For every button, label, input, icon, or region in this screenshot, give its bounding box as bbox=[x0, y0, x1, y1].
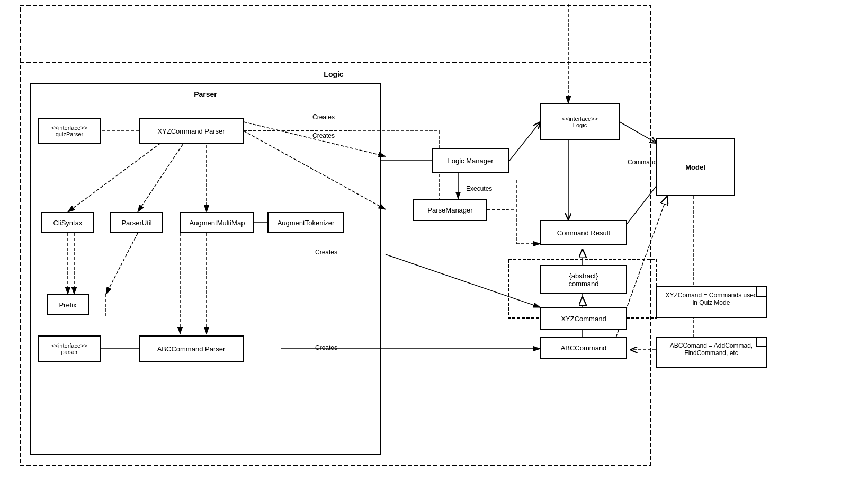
prefix-label: Prefix bbox=[59, 301, 76, 309]
cli-syntax-label: CliSyntax bbox=[53, 219, 83, 227]
xyz-note-text: XYZComand = Commands used in Quiz Mode bbox=[665, 292, 757, 306]
augment-tokenizer-box: AugmentTokenizer bbox=[267, 212, 344, 233]
svg-text:Creates: Creates bbox=[312, 132, 335, 139]
abc-command-parser-box: ABCCommand Parser bbox=[139, 335, 244, 362]
diagram-svg: Logic Parser bbox=[0, 0, 868, 477]
diagram-container: Logic Parser bbox=[0, 0, 868, 477]
interface-logic-box: <<interface>> Logic bbox=[540, 103, 620, 140]
abstract-command-box: {abstract} command bbox=[540, 265, 627, 294]
xyz-command-parser-box: XYZCommand Parser bbox=[139, 118, 244, 144]
svg-text:Command: Command bbox=[628, 158, 657, 166]
command-result-box: Command Result bbox=[540, 220, 627, 245]
interface-logic-line2: Logic bbox=[573, 122, 587, 128]
interface-parser-box: <<interface>> parser bbox=[38, 335, 101, 362]
svg-text:Parser: Parser bbox=[194, 90, 217, 99]
parser-line2: parser bbox=[61, 349, 77, 355]
command-result-label: Command Result bbox=[557, 229, 610, 237]
augment-multimap-box: AugmentMultiMap bbox=[180, 212, 254, 233]
logic-manager-box: Logic Manager bbox=[432, 148, 509, 173]
abc-command-box: ABCCommand bbox=[540, 337, 627, 359]
xyz-command-parser-label: XYZCommand Parser bbox=[157, 127, 225, 135]
augment-multimap-label: AugmentMultiMap bbox=[190, 219, 245, 227]
svg-line-27 bbox=[138, 140, 185, 212]
svg-text:Logic: Logic bbox=[324, 70, 344, 78]
parser-line1: <<interface>> bbox=[51, 342, 87, 349]
interface-quiz-parser-box: <<interface>> quizParser bbox=[38, 118, 101, 144]
abc-note-text: ABCComand = AddCommad, FindCommand, etc bbox=[670, 342, 753, 357]
xyz-note-box: XYZComand = Commands used in Quiz Mode bbox=[656, 286, 767, 318]
quiz-parser-line2: quizParser bbox=[56, 131, 84, 137]
svg-line-26 bbox=[68, 140, 164, 212]
quiz-parser-line1: <<interface>> bbox=[51, 125, 87, 131]
model-label: Model bbox=[685, 163, 705, 171]
abc-command-label: ABCCommand bbox=[561, 344, 607, 352]
abstract-command-line2: command bbox=[568, 280, 598, 288]
svg-text:Executes: Executes bbox=[466, 185, 492, 192]
svg-line-38 bbox=[244, 131, 386, 209]
parse-manager-label: ParseManager bbox=[427, 206, 472, 214]
augment-tokenizer-label: AugmentTokenizer bbox=[278, 219, 335, 227]
abstract-command-line1: {abstract} bbox=[569, 272, 598, 280]
svg-line-15 bbox=[620, 122, 657, 143]
svg-line-24 bbox=[386, 254, 540, 307]
parser-util-label: ParserUtil bbox=[121, 219, 151, 227]
svg-text:Creates: Creates bbox=[315, 249, 337, 256]
xyz-command-box: XYZCommand bbox=[540, 307, 627, 330]
svg-text:Creates: Creates bbox=[312, 113, 335, 121]
model-box: Model bbox=[656, 138, 735, 196]
abc-command-parser-label: ABCCommand Parser bbox=[157, 345, 226, 353]
svg-line-32 bbox=[106, 233, 138, 294]
svg-line-11 bbox=[509, 122, 540, 161]
parse-manager-box: ParseManager bbox=[413, 199, 487, 221]
logic-manager-label: Logic Manager bbox=[448, 157, 494, 165]
svg-text:Creates: Creates bbox=[315, 344, 337, 351]
prefix-box: Prefix bbox=[47, 294, 89, 315]
cli-syntax-box: CliSyntax bbox=[41, 212, 94, 233]
xyz-command-label: XYZCommand bbox=[561, 315, 606, 323]
abc-note-box: ABCComand = AddCommad, FindCommand, etc bbox=[656, 337, 767, 368]
parser-util-box: ParserUtil bbox=[110, 212, 163, 233]
interface-logic-line1: <<interface>> bbox=[562, 116, 598, 122]
